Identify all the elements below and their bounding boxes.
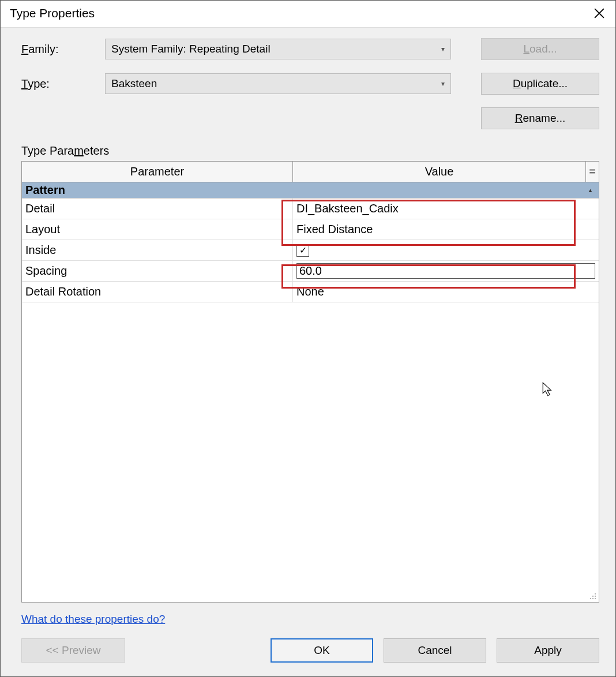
- column-header-equals[interactable]: =: [586, 162, 599, 182]
- rename-button[interactable]: Rename...: [481, 107, 599, 129]
- param-rotation-label: Detail Rotation: [22, 282, 293, 302]
- collapse-icon: ▴: [589, 187, 595, 193]
- ok-button[interactable]: OK: [271, 638, 373, 663]
- column-header-value[interactable]: Value: [293, 162, 586, 182]
- help-link-row: What do these properties do?: [21, 613, 599, 626]
- type-dropdown-value: Baksteen: [111, 77, 157, 90]
- apply-button[interactable]: Apply: [497, 638, 599, 663]
- cancel-button[interactable]: Cancel: [384, 638, 486, 663]
- row-detail-rotation: Detail Rotation None: [22, 282, 599, 302]
- param-rotation-value[interactable]: None: [293, 282, 599, 302]
- type-dropdown[interactable]: Baksteen ▾: [105, 73, 451, 94]
- svg-point-2: [595, 596, 596, 597]
- svg-point-1: [592, 596, 594, 597]
- footer-bar: << Preview OK Cancel Apply: [21, 631, 599, 676]
- row-inside: Inside ✓: [22, 240, 599, 261]
- table-body: Pattern ▴ Detail DI_Baksteen_Cadix Layou…: [22, 182, 599, 602]
- group-pattern[interactable]: Pattern ▴: [22, 182, 599, 199]
- row-detail: Detail DI_Baksteen_Cadix: [22, 199, 599, 219]
- type-parameters-label: Type Parameters: [21, 144, 599, 158]
- close-button[interactable]: [591, 5, 607, 21]
- row-layout: Layout Fixed Distance: [22, 219, 599, 240]
- svg-point-4: [592, 598, 594, 599]
- param-detail-value[interactable]: DI_Baksteen_Cadix: [293, 199, 599, 219]
- svg-point-3: [590, 598, 591, 599]
- row-spacing: Spacing 60.0: [22, 261, 599, 282]
- spacing-input[interactable]: 60.0: [296, 263, 595, 279]
- param-inside-label: Inside: [22, 240, 293, 260]
- table-header: Parameter Value =: [22, 162, 599, 182]
- chevron-down-icon: ▾: [441, 80, 445, 88]
- family-label: Family:: [21, 43, 99, 56]
- family-dropdown[interactable]: System Family: Repeating Detail ▾: [105, 39, 451, 59]
- family-dropdown-value: System Family: Repeating Detail: [111, 43, 271, 55]
- action-buttons: OK Cancel Apply: [271, 638, 599, 663]
- load-button: Load...: [481, 38, 599, 60]
- close-icon: [594, 8, 604, 18]
- resize-grip-icon: [588, 592, 596, 600]
- svg-point-5: [595, 598, 596, 599]
- duplicate-button[interactable]: Duplicate...: [481, 73, 599, 95]
- param-detail-label: Detail: [22, 199, 293, 219]
- titlebar: Type Properties: [1, 1, 615, 27]
- preview-button: << Preview: [21, 638, 125, 663]
- window-title: Type Properties: [10, 6, 95, 20]
- param-spacing-label: Spacing: [22, 261, 293, 281]
- inside-checkbox[interactable]: ✓: [296, 244, 309, 257]
- dialog-body: Family: System Family: Repeating Detail …: [1, 27, 615, 676]
- param-layout-label: Layout: [22, 219, 293, 240]
- param-spacing-value[interactable]: 60.0: [293, 261, 599, 281]
- svg-point-0: [595, 593, 596, 594]
- parameters-table: Parameter Value = Pattern ▴ Detail DI_Ba…: [21, 161, 599, 603]
- type-properties-dialog: Type Properties Family: System Family: R…: [0, 0, 616, 677]
- param-layout-value[interactable]: Fixed Distance: [293, 219, 599, 240]
- type-label: Type:: [21, 77, 99, 91]
- chevron-down-icon: ▾: [441, 45, 445, 53]
- help-link[interactable]: What do these properties do?: [21, 613, 165, 625]
- cursor-icon: [542, 382, 555, 397]
- param-inside-value[interactable]: ✓: [293, 240, 599, 260]
- top-controls: Family: System Family: Repeating Detail …: [21, 38, 599, 129]
- column-header-parameter[interactable]: Parameter: [22, 162, 293, 182]
